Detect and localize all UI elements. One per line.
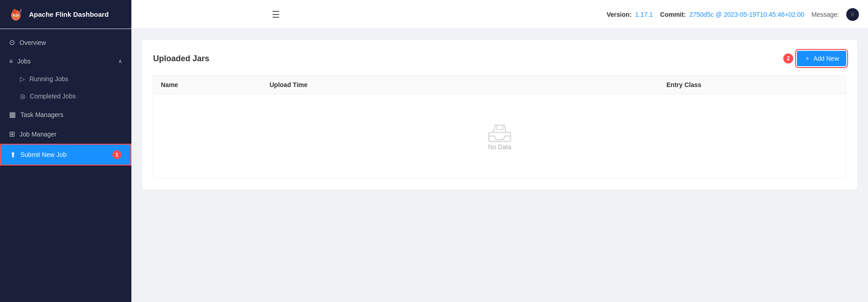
sidebar-item-label-jobs: Jobs xyxy=(17,58,31,65)
add-new-button[interactable]: ＋ Add New xyxy=(797,51,846,66)
sidebar-item-label-job-manager: Job Manager xyxy=(19,131,57,138)
message-label: Message: xyxy=(811,11,839,18)
sidebar-item-label-running-jobs: Running Jobs xyxy=(29,75,68,83)
no-data-area: No Data xyxy=(154,94,846,178)
jars-table: Name Upload Time Entry Class xyxy=(153,75,846,178)
col-name: Name xyxy=(161,81,270,88)
add-new-label: Add New xyxy=(813,55,839,62)
sidebar-item-running-jobs[interactable]: ▷ Running Jobs xyxy=(0,70,131,88)
logo-area: Apache Flink Dashboard xyxy=(0,0,131,29)
job-manager-icon: ⊞ xyxy=(9,130,15,138)
table-header: Name Upload Time Entry Class xyxy=(154,76,846,94)
sidebar-item-submit-new-job[interactable]: ⬆ Submit New Job 1 xyxy=(0,144,131,166)
flink-logo-icon xyxy=(7,6,24,23)
sidebar-item-jobs[interactable]: ≡ Jobs ∧ xyxy=(0,52,131,70)
jobs-icon: ≡ xyxy=(9,58,13,65)
svg-point-8 xyxy=(17,14,18,15)
message-count-badge: 0 xyxy=(846,8,859,21)
jobs-chevron-icon: ∧ xyxy=(118,58,122,64)
hamburger-button[interactable]: ☰ xyxy=(272,9,280,20)
overview-icon: ⊙ xyxy=(9,38,15,47)
sidebar-item-task-managers[interactable]: ▦ Task Managers xyxy=(0,105,131,124)
sidebar-item-job-manager[interactable]: ⊞ Job Manager xyxy=(0,124,131,144)
card-title: Uploaded Jars xyxy=(153,54,209,63)
sidebar: ⊙ Overview ≡ Jobs ∧ ▷ Running Jobs ◎ Com… xyxy=(0,29,131,302)
top-header: Apache Flink Dashboard ☰ Version: 1.17.1… xyxy=(0,0,868,29)
completed-jobs-icon: ◎ xyxy=(20,93,25,100)
add-new-plus-icon: ＋ xyxy=(804,54,810,63)
submit-job-icon: ⬆ xyxy=(10,151,16,159)
commit-info: Commit: 2750d5c @ 2023-05-19T10:45:46+02… xyxy=(660,11,804,18)
sidebar-item-completed-jobs[interactable]: ◎ Completed Jobs xyxy=(0,88,131,105)
sidebar-item-label-task-managers: Task Managers xyxy=(20,111,63,118)
no-data-text: No Data xyxy=(488,143,511,151)
uploaded-jars-card: Uploaded Jars 2 ＋ Add New Name Upload Ti… xyxy=(142,40,857,189)
app-body: ⊙ Overview ≡ Jobs ∧ ▷ Running Jobs ◎ Com… xyxy=(0,29,868,302)
col-actions xyxy=(802,81,839,88)
svg-point-7 xyxy=(14,14,15,15)
task-managers-icon: ▦ xyxy=(9,110,16,119)
header-meta: Version: 1.17.1 Commit: 2750d5c @ 2023-0… xyxy=(607,8,859,21)
logo-title: Apache Flink Dashboard xyxy=(29,10,109,18)
add-new-badge: 2 xyxy=(783,54,793,63)
card-header: Uploaded Jars 2 ＋ Add New xyxy=(153,51,846,66)
no-data-icon xyxy=(487,122,512,143)
submit-job-badge: 1 xyxy=(112,150,121,159)
sidebar-item-label-submit-new-job: Submit New Job xyxy=(20,151,67,158)
col-upload-time: Upload Time xyxy=(270,81,666,88)
col-entry-class: Entry Class xyxy=(666,81,802,88)
version-info: Version: 1.17.1 xyxy=(607,11,653,18)
sidebar-item-label-completed-jobs: Completed Jobs xyxy=(30,93,76,100)
header-right: Version: 1.17.1 Commit: 2750d5c @ 2023-0… xyxy=(280,8,859,21)
sidebar-item-label-overview: Overview xyxy=(19,39,46,46)
sidebar-item-overview[interactable]: ⊙ Overview xyxy=(0,33,131,52)
running-jobs-icon: ▷ xyxy=(20,75,25,83)
main-content: Uploaded Jars 2 ＋ Add New Name Upload Ti… xyxy=(131,29,868,302)
